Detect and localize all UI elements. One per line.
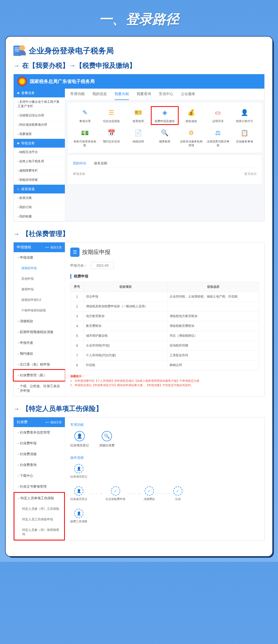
function-icon-item[interactable]: ◈税费申报及缴纳	[151, 106, 178, 125]
sidebar-item[interactable]: 预约缴款	[14, 348, 65, 359]
sidebar-item[interactable]: 政策法规	[14, 193, 65, 203]
table-row[interactable]: 2增值税及附加税费申报表（一般纳税人适用）	[71, 302, 259, 311]
function-icon-item[interactable]: 📋其他服务事项	[233, 128, 257, 147]
tax-logo-icon	[18, 77, 27, 86]
function-item[interactable]: 👤社保增员登记	[70, 431, 89, 448]
step1-row: → 在【我要办税】→【税费申报及缴纳】	[13, 61, 265, 70]
table-row[interactable]: 6企业所得税(年报)应纳税所得额	[71, 341, 259, 351]
ss3-main: 常用功能 👤社保增员登记🔍清缴社保费 操作流程 👤社保增员登记👤社保减员登记👤缴…	[65, 417, 264, 540]
function-label: 证明开具	[212, 119, 224, 123]
function-icon: 👤	[240, 108, 249, 117]
sidebar-item[interactable]: 特定人员参（停）保明细查询	[14, 525, 64, 540]
sidebar-item[interactable]: 清缴税款	[14, 316, 65, 327]
sidebar-item[interactable]: 跨区域涉税事项办理	[14, 120, 65, 130]
sidebar-item[interactable]: 个税申报密码获取	[14, 305, 65, 316]
tab[interactable]: 我要查询	[137, 89, 151, 100]
table-row[interactable]: 7个人所得税(代扣代缴)工资薪金所得	[71, 351, 259, 360]
sidebar-item[interactable]: 按期应申报	[14, 263, 65, 274]
sidebar-item[interactable]: 特定人员参（停）工伤保险	[14, 504, 64, 514]
sidebar-item[interactable]: 个税、公积金、社保三表合并申报	[14, 381, 65, 396]
sidebar-item[interactable]: 纳税互动平台	[14, 148, 65, 157]
sidebar-item[interactable]: 我要领票	[14, 130, 65, 139]
function-icon-item[interactable]: 💵税务代保管资金收取	[73, 128, 97, 147]
sidebar-item[interactable]: 社保费申报	[14, 438, 65, 449]
table-row[interactable]: 5城市维护建设税市区（增值税附征）	[71, 331, 259, 341]
ss1-tabs: 常用功能我的信息我要办税我要查询互动中心公众服务	[65, 89, 264, 100]
tab[interactable]: 我要办税	[115, 89, 129, 100]
function-label: 清缴社保费	[99, 443, 115, 448]
todo-tab[interactable]: 我的待办	[73, 159, 86, 168]
table-row[interactable]: 3地方教育附加增值税地方教育附加	[71, 311, 259, 321]
tab[interactable]: 互动中心	[159, 89, 173, 100]
function-icon-item[interactable]: ⚙涉税专业服务机构管理	[179, 128, 203, 147]
function-icon-item[interactable]: ▭证明开具	[206, 108, 230, 123]
tab[interactable]: 常用功能	[70, 89, 85, 100]
function-icon-item[interactable]: 🎫发票使用	[126, 108, 150, 123]
sidebar-item[interactable]: 注销登记综合办理	[14, 111, 65, 120]
sidebar-item[interactable]: 支持中小微企业个体工商户复工复产专栏	[14, 97, 65, 111]
sidebar-item[interactable]: 社保费管理（新）	[13, 369, 66, 382]
function-icon-item[interactable]: 📄纳税信用	[126, 128, 150, 147]
function-icon: 📅	[107, 128, 116, 138]
sidebar-item[interactable]: 我的订阅	[14, 203, 65, 212]
table-row[interactable]: 1综合申报企业所得税、土地增值税、城镇土地产税、印花税	[71, 292, 259, 302]
flow-icon: ✓	[111, 486, 120, 496]
function-icon: 🎫	[134, 108, 143, 117]
tab[interactable]: 我的信息	[92, 89, 107, 100]
heading: 企业身份登录电子税务局	[29, 46, 114, 56]
function-label: 税务代保管资金收取	[73, 140, 97, 147]
function-icon: 👤	[74, 431, 85, 441]
function-icon: 💰	[187, 108, 196, 117]
tab[interactable]: 公众服务	[181, 89, 195, 100]
function-item[interactable]: 🔍清缴社保费	[99, 431, 115, 448]
sidebar-item[interactable]: 出口退（免）税申报	[14, 359, 65, 370]
function-label: 其他服务事项	[236, 140, 253, 143]
function-icon: 🔍	[102, 431, 112, 441]
sidebar-item[interactable]: 按期应申报5.0	[14, 295, 65, 305]
function-icon-item[interactable]: 📅预约定价安排	[99, 128, 123, 147]
sidebar-item[interactable]: 逾期申报	[14, 284, 65, 295]
sidebar-item[interactable]: 下载中心	[14, 470, 65, 481]
sidebar-item[interactable]: 申报清册	[14, 252, 65, 263]
sidebar-item[interactable]: 其他申报	[14, 274, 65, 284]
function-icon-item[interactable]: ⚖法律追责与救济事项	[206, 128, 230, 147]
table-header: 征收品目	[168, 282, 259, 292]
sidebar-item[interactable]: 社保费查询	[14, 460, 65, 470]
function-icon-item[interactable]: 💰税收减免	[179, 108, 203, 123]
back-link[interactable]: ⟵ 返回主页	[46, 420, 62, 424]
ss2-main: ☰ 按期应申报 申报月份： 2021-03 税费申报 序号征收项目征收品目 1综…	[65, 242, 264, 396]
sidebar-item[interactable]: 延期申报预缴税款清缴	[14, 327, 65, 337]
sidebar-item[interactable]: 社保费基本信息管理	[14, 427, 65, 438]
menu-header-zhengce[interactable]: ☆ 政策速递	[14, 185, 65, 193]
todo-tab[interactable]: 服务提醒	[94, 159, 107, 168]
sidebar-item[interactable]: 减税降费专栏	[14, 166, 65, 175]
function-icon-item[interactable]: ☰综合信息报告	[99, 108, 123, 123]
sidebar-item[interactable]: 我的收藏	[14, 212, 65, 221]
person-doc-icon	[13, 44, 26, 57]
table-row[interactable]: 4教育费附加增值税教育费附加	[71, 321, 259, 331]
sidebar-item[interactable]: 智能咨询管家	[14, 175, 65, 185]
sidebar-item[interactable]: 特定人员工伤保险申报	[14, 514, 64, 525]
function-icon-item[interactable]: 🔍稽查检查	[153, 128, 177, 147]
warning-text: 温馨提示： 1、在申报清册中的【个人所得税】的申报状态请以【自然人税收管理系统扣…	[70, 374, 259, 388]
arrow-icon: →	[13, 405, 20, 412]
function-icon-item[interactable]: 👤税务行政许可	[233, 108, 257, 123]
back-link[interactable]: ⟵ 返回主页	[46, 245, 62, 249]
todo-panel: 我的待办服务提醒 事项名称 暂无待办	[68, 155, 262, 184]
section-flow: 操作流程	[70, 455, 259, 460]
function-icon-item[interactable]: ✎事项办理	[73, 108, 97, 123]
flow-step: ✓完成	[173, 486, 183, 501]
screenshot1: 国家税务总局广东省电子税务局 ❖ 套餐业务 支持中小微企业个体工商户复工复产专栏…	[13, 74, 265, 222]
todo-label: 事项名称	[73, 172, 85, 176]
menu-header-tese[interactable]: ❖ 特色业务	[14, 139, 65, 148]
menu-header-taocan[interactable]: ❖ 套餐业务	[14, 89, 65, 97]
function-icon: ⚙	[187, 128, 196, 138]
sidebar-item[interactable]: 申报作废	[14, 337, 65, 348]
flow-step: 👤缴费工资调整	[70, 509, 87, 523]
sidebar-item[interactable]: 自然人电子税务局	[14, 157, 65, 166]
table-row[interactable]: 8印花税购销合同	[71, 360, 259, 370]
sidebar-item[interactable]: 社保费清缴	[14, 449, 65, 460]
month-value[interactable]: 2021-03	[91, 262, 114, 269]
sidebar-item[interactable]: 社保文书事项管理	[14, 481, 65, 492]
sidebar-item[interactable]: 特定人员单项工伤保险	[14, 493, 64, 504]
